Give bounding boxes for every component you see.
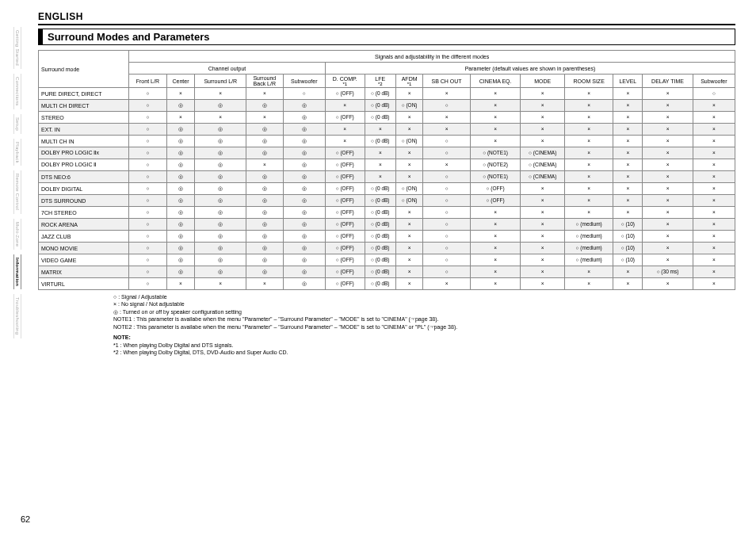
- cell: ◎: [166, 243, 195, 254]
- sidebar-tab[interactable]: Getting Started: [13, 27, 21, 69]
- cell: ×: [565, 147, 613, 159]
- mode-name: STEREO: [39, 112, 129, 124]
- cell: ×: [693, 207, 735, 219]
- cell: ×: [246, 112, 283, 124]
- cell: ×: [565, 100, 613, 112]
- cell: ◎: [195, 243, 246, 254]
- cell: ×: [325, 124, 365, 136]
- table-row: VIDEO GAME○◎◎◎◎○ (OFF)○ (0 dB)×○××○ (med…: [39, 254, 735, 266]
- legend-line: ◎ : Turned on or off by speaker configur…: [113, 308, 735, 315]
- cell: ×: [246, 159, 283, 171]
- cell: ○ (10): [613, 231, 643, 243]
- cell: ○: [423, 219, 471, 231]
- cell: ○ (ON): [395, 100, 422, 112]
- cell: ×: [423, 159, 471, 171]
- cell: ○: [423, 195, 471, 207]
- cell: ○ (0 dB): [365, 112, 395, 124]
- mode-name: DTS NEO:6: [39, 171, 129, 183]
- cell: ×: [643, 136, 693, 147]
- param-col-header: MODE: [521, 75, 565, 88]
- cell: ○ (0 dB): [365, 183, 395, 195]
- cell: ◎: [246, 124, 283, 136]
- cell: ◎: [166, 171, 195, 183]
- cell: ○: [129, 159, 166, 171]
- mode-name: MONO MOVIE: [39, 243, 129, 254]
- cell: ×: [195, 88, 246, 100]
- cell: ×: [565, 183, 613, 195]
- cell: ×: [643, 159, 693, 171]
- cell: ×: [693, 112, 735, 124]
- cell: ○: [129, 171, 166, 183]
- cell: ○ (CINEMA): [521, 159, 565, 171]
- table-row: DOLBY PRO LOGIC Ⅱ○◎◎×◎○ (OFF)×××○ (NOTE2…: [39, 159, 735, 171]
- cell: ×: [246, 278, 283, 290]
- cell: ○ (OFF): [325, 183, 365, 195]
- cell: ◎: [195, 195, 246, 207]
- cell: ○ (NOTE1): [470, 171, 520, 183]
- cell: ○ (0 dB): [365, 219, 395, 231]
- param-col-header: SB CH OUT: [423, 75, 471, 88]
- cell: ○: [129, 243, 166, 254]
- sidebar-tab[interactable]: Playback: [13, 139, 21, 166]
- cell: ◎: [283, 254, 325, 266]
- cell: ×: [643, 195, 693, 207]
- channel-col-header: Front L/R: [129, 75, 166, 88]
- cell: ×: [423, 278, 471, 290]
- cell: ×: [565, 195, 613, 207]
- legend-line: × : No signal / Not adjustable: [113, 300, 735, 308]
- cell: ◎: [195, 171, 246, 183]
- cell: ○: [129, 266, 166, 278]
- cell: ×: [521, 266, 565, 278]
- cell: ○ (ON): [395, 183, 422, 195]
- table-row: DTS SURROUND○◎◎◎◎○ (OFF)○ (0 dB)○ (ON)○○…: [39, 195, 735, 207]
- channel-col-header: Surround Back L/R: [246, 75, 283, 88]
- language-label: ENGLISH: [38, 11, 735, 25]
- sidebar-tabs: Getting StartedConnectionsSetupPlaybackR…: [11, 27, 24, 368]
- page: ENGLISH Getting StartedConnectionsSetupP…: [0, 0, 756, 535]
- cell: ○ (0 dB): [365, 136, 395, 147]
- sidebar-tab[interactable]: Information: [13, 254, 21, 289]
- cell: ○ (CINEMA): [521, 147, 565, 159]
- cell: ○: [423, 136, 471, 147]
- sidebar-tab[interactable]: Remote Control: [13, 170, 21, 213]
- cell: ◎: [283, 136, 325, 147]
- cell: ×: [470, 124, 520, 136]
- cell: ×: [521, 88, 565, 100]
- cell: ◎: [166, 266, 195, 278]
- cell: ×: [365, 147, 395, 159]
- cell: ○ (OFF): [325, 195, 365, 207]
- cell: ◎: [166, 219, 195, 231]
- cell: ○: [423, 243, 471, 254]
- cell: ○: [129, 195, 166, 207]
- cell: ○: [423, 266, 471, 278]
- cell: ×: [643, 243, 693, 254]
- cell: ×: [565, 124, 613, 136]
- cell: ×: [693, 254, 735, 266]
- sidebar-tab[interactable]: Troubleshooting: [13, 294, 21, 338]
- cell: ◎: [246, 183, 283, 195]
- sidebar-tab[interactable]: Setup: [13, 114, 21, 134]
- cell: ×: [613, 100, 643, 112]
- mode-name: MULTI CH IN: [39, 136, 129, 147]
- param-col-header: AFDM*1: [395, 75, 422, 88]
- cell: ×: [521, 207, 565, 219]
- cell: ◎: [246, 207, 283, 219]
- cell: ×: [470, 207, 520, 219]
- legend-line: ○ : Signal / Adjustable: [113, 293, 735, 300]
- cell: ◎: [166, 254, 195, 266]
- cell: ○: [423, 231, 471, 243]
- mode-name: VIRTURL: [39, 278, 129, 290]
- cell: ○ (CINEMA): [521, 171, 565, 183]
- sidebar-tab[interactable]: Multi-Zone: [13, 219, 21, 250]
- sidebar-tab[interactable]: Connections: [13, 74, 21, 109]
- cell: ×: [395, 171, 422, 183]
- cell: ×: [325, 100, 365, 112]
- cell: ×: [643, 231, 693, 243]
- cell: ×: [521, 243, 565, 254]
- cell: ×: [395, 243, 422, 254]
- cell: ○: [129, 136, 166, 147]
- cell: ◎: [195, 136, 246, 147]
- cell: ×: [565, 171, 613, 183]
- cell: ○ (0 dB): [365, 207, 395, 219]
- cell: ◎: [166, 100, 195, 112]
